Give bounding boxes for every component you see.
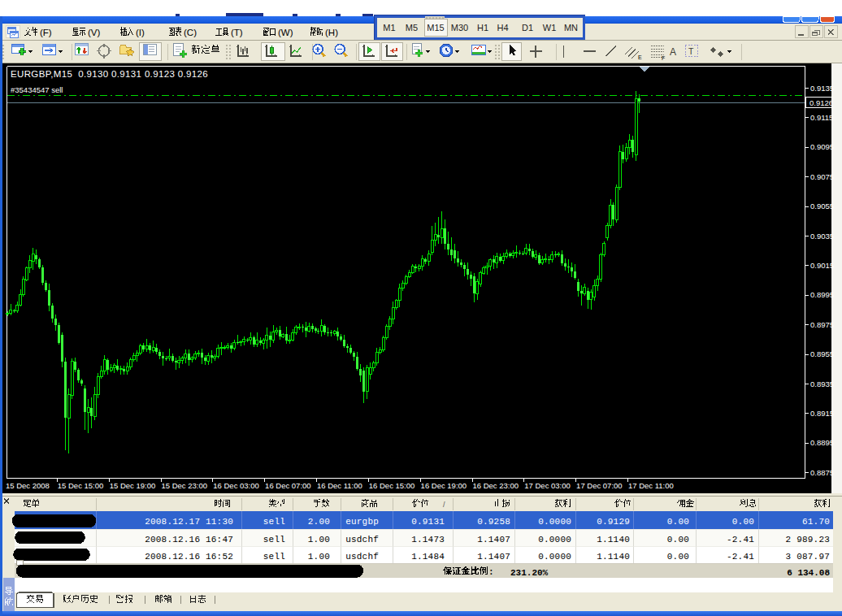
svg-text:0.9015: 0.9015: [810, 261, 834, 270]
svg-text:16 Dec 11:00: 16 Dec 11:00: [317, 481, 362, 490]
svg-text:0.0000: 0.0000: [538, 517, 571, 527]
svg-text:0.8875: 0.8875: [810, 468, 834, 477]
svg-text:17 Dec 07:00: 17 Dec 07:00: [576, 481, 623, 490]
svg-text:0.00: 0.00: [667, 517, 689, 527]
svg-text:0.9129: 0.9129: [597, 517, 630, 527]
svg-text:M30: M30: [451, 23, 468, 33]
svg-text:15 Dec 15:00: 15 Dec 15:00: [58, 481, 104, 490]
svg-text:MN: MN: [564, 23, 578, 33]
svg-text:M15: M15: [427, 23, 444, 33]
svg-text:0.00: 0.00: [732, 517, 754, 527]
svg-text:0.8975: 0.8975: [810, 320, 834, 329]
svg-text:1.00: 1.00: [308, 535, 330, 544]
svg-text:16 Dec 23:00: 16 Dec 23:00: [473, 481, 519, 490]
svg-text:15 Dec 19:00: 15 Dec 19:00: [110, 481, 156, 490]
svg-text:0.9258: 0.9258: [477, 517, 510, 527]
svg-text:sell: sell: [263, 552, 285, 562]
svg-text:1.1407: 1.1407: [477, 535, 510, 544]
svg-text:2008.12.16 16:47: 2008.12.16 16:47: [145, 535, 233, 544]
svg-text:0.9115: 0.9115: [810, 113, 833, 122]
svg-text:1.1473: 1.1473: [411, 535, 445, 544]
svg-text:3 087.97: 3 087.97: [786, 552, 830, 562]
svg-text:0.9095: 0.9095: [810, 142, 834, 151]
svg-text:16 Dec 07:00: 16 Dec 07:00: [265, 481, 311, 490]
svg-text:E: E: [638, 54, 642, 60]
svg-text:(I): (I): [136, 28, 145, 37]
svg-text:0.8895: 0.8895: [810, 438, 834, 447]
svg-text:-2.41: -2.41: [727, 535, 754, 544]
svg-text:0.9126: 0.9126: [809, 98, 833, 107]
svg-text:(C): (C): [184, 28, 197, 37]
svg-text:0.9035: 0.9035: [810, 232, 834, 241]
svg-text:F: F: [662, 55, 665, 61]
svg-text:0.00: 0.00: [667, 552, 689, 562]
svg-text:-2.41: -2.41: [727, 552, 754, 562]
svg-text:231.20%: 231.20%: [510, 568, 549, 578]
svg-text:EURGBP,M15 0.9130 0.9131 0.91: EURGBP,M15 0.9130 0.9131 0.9123 0.9126: [11, 69, 208, 79]
svg-text:1.1140: 1.1140: [597, 535, 630, 544]
svg-text:0.0000: 0.0000: [538, 552, 571, 562]
svg-text:(T): (T): [231, 28, 243, 37]
svg-text:1.1407: 1.1407: [477, 552, 510, 562]
svg-text:0.9131: 0.9131: [411, 517, 445, 527]
svg-text:sell: sell: [263, 535, 285, 544]
svg-text:16 Dec 03:00: 16 Dec 03:00: [213, 481, 259, 490]
svg-text:H1: H1: [477, 23, 488, 33]
svg-text:0.8995: 0.8995: [810, 290, 834, 299]
svg-text:H4: H4: [497, 23, 508, 33]
svg-text:usdchf: usdchf: [345, 552, 379, 562]
svg-text:0.8915: 0.8915: [810, 409, 834, 418]
svg-text:2008.12.17 11:30: 2008.12.17 11:30: [145, 517, 233, 527]
svg-text:M1: M1: [383, 23, 395, 33]
svg-text:(V): (V): [88, 28, 101, 37]
svg-text:0.0000: 0.0000: [538, 535, 571, 544]
svg-text:M5: M5: [406, 23, 418, 33]
svg-text:2 989.23: 2 989.23: [786, 535, 830, 544]
svg-text:#35434547 sell: #35434547 sell: [11, 85, 63, 94]
svg-text:1.1140: 1.1140: [597, 552, 630, 562]
svg-text:usdchf: usdchf: [345, 535, 379, 544]
svg-text:0.9135: 0.9135: [810, 84, 834, 93]
svg-text:17 Dec 03:00: 17 Dec 03:00: [524, 481, 571, 490]
svg-text:1.1484: 1.1484: [411, 552, 445, 562]
svg-text:sell: sell: [263, 517, 285, 527]
svg-text:6 134.08: 6 134.08: [787, 568, 830, 578]
svg-text::: :: [488, 567, 494, 577]
svg-text:2008.12.16 16:52: 2008.12.16 16:52: [145, 552, 233, 562]
svg-text:(F): (F): [40, 28, 52, 37]
svg-text:(H): (H): [325, 28, 338, 37]
svg-text:15 Dec 2008: 15 Dec 2008: [6, 481, 50, 490]
svg-text:1.00: 1.00: [308, 552, 330, 562]
svg-text:2.00: 2.00: [308, 517, 330, 527]
svg-text:0.9075: 0.9075: [810, 172, 834, 181]
svg-text:D1: D1: [522, 23, 533, 33]
svg-text:T: T: [688, 46, 694, 56]
svg-text:17 Dec 11:00: 17 Dec 11:00: [628, 481, 674, 490]
svg-text:A: A: [670, 46, 676, 58]
svg-text:0.9055: 0.9055: [810, 202, 834, 210]
svg-text:16 Dec 15:00: 16 Dec 15:00: [369, 481, 415, 490]
svg-text:61.70: 61.70: [802, 517, 830, 527]
svg-text:16 Dec 19:00: 16 Dec 19:00: [421, 481, 467, 490]
svg-text:0.00: 0.00: [667, 535, 689, 544]
svg-text:W1: W1: [543, 23, 557, 33]
svg-text:15 Dec 23:00: 15 Dec 23:00: [162, 481, 208, 490]
svg-text:0.8935: 0.8935: [810, 380, 834, 388]
svg-text:0.8955: 0.8955: [810, 349, 834, 358]
svg-text:(W): (W): [278, 28, 293, 37]
svg-text:eurgbp: eurgbp: [345, 517, 379, 527]
